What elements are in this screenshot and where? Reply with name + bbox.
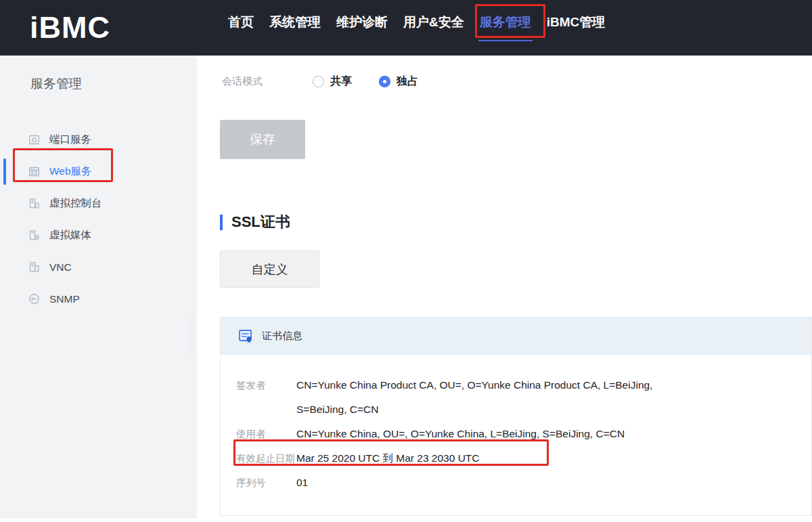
cert-row-label: 签发者: [236, 373, 296, 397]
cert-row-value: Mar 25 2020 UTC 到 Mar 23 2030 UTC: [296, 446, 689, 471]
sidebar-menu: 端口服务 Web服务 虚拟控制台: [0, 124, 197, 315]
cert-row-value: 01: [296, 471, 689, 495]
virtual-media-icon: [28, 230, 40, 241]
sidebar-item-label: 端口服务: [49, 133, 91, 147]
certificate-icon: [238, 328, 254, 344]
cert-row-value: CN=Yunke China, OU=, O=Yunke China, L=Be…: [296, 422, 689, 446]
nav-tab-user-security[interactable]: 用户&安全: [403, 14, 464, 31]
main-content: 会话模式 共享 独占 保存 SSL证书 自定义: [197, 56, 812, 522]
sidebar-item-virtual-media[interactable]: 虚拟媒体: [0, 219, 197, 251]
radio-selected-icon[interactable]: [379, 76, 390, 87]
sidebar-item-label: 虚拟控制台: [49, 196, 102, 211]
ssl-section-title: SSL证书: [231, 212, 290, 232]
cert-row-issuer: 签发者 CN=Yunke China Product CA, OU=, O=Yu…: [236, 373, 811, 422]
ssl-section-heading: SSL证书: [220, 212, 290, 232]
cert-row-label: 有效起止日期: [236, 446, 296, 471]
radio-label: 独占: [397, 74, 418, 89]
save-button[interactable]: 保存: [220, 120, 305, 159]
radio-option-shared[interactable]: 共享: [313, 74, 352, 89]
nav-tab-ibmc-management[interactable]: iBMC管理: [547, 14, 606, 31]
certificate-panel-title: 证书信息: [262, 330, 302, 343]
cert-row-validity: 有效起止日期 Mar 25 2020 UTC 到 Mar 23 2030 UTC: [236, 446, 811, 471]
radio-unselected-icon[interactable]: [313, 76, 324, 87]
sidebar-item-label: 虚拟媒体: [49, 228, 91, 242]
main-nav: 首页 系统管理 维护诊断 用户&安全 服务管理 iBMC管理: [228, 0, 605, 50]
ibmc-page: iBMC 首页 系统管理 维护诊断 用户&安全 服务管理 iBMC管理 服务管理…: [0, 0, 812, 522]
sidebar-item-label: SNMP: [49, 293, 80, 305]
ibmc-logo: iBMC: [30, 10, 110, 45]
snmp-icon: [28, 293, 40, 305]
top-header: iBMC 首页 系统管理 维护诊断 用户&安全 服务管理 iBMC管理: [0, 0, 812, 56]
sidebar-item-web-service[interactable]: Web服务: [0, 156, 197, 188]
custom-certificate-button[interactable]: 自定义: [220, 251, 319, 288]
certificate-details: 签发者 CN=Yunke China Product CA, OU=, O=Yu…: [221, 355, 811, 495]
certificate-info-panel: 证书信息 签发者 CN=Yunke China Product CA, OU=,…: [220, 317, 812, 516]
web-service-icon: [28, 166, 40, 177]
sidebar-title: 服务管理: [30, 75, 197, 93]
sidebar-item-port-service[interactable]: 端口服务: [0, 124, 197, 156]
sidebar-item-snmp[interactable]: SNMP: [0, 283, 197, 315]
cert-row-serial: 序列号 01: [236, 471, 811, 495]
port-service-icon: [28, 134, 40, 146]
session-mode-row: 会话模式 共享 独占: [222, 73, 445, 89]
nav-tab-service-management[interactable]: 服务管理: [480, 14, 531, 31]
sidebar-item-label: VNC: [49, 261, 72, 274]
cert-row-label: 序列号: [236, 471, 296, 495]
certificate-panel-header: 证书信息: [221, 318, 811, 355]
radio-option-exclusive[interactable]: 独占: [379, 74, 418, 89]
sidebar-item-label: Web服务: [49, 165, 92, 179]
virtual-console-icon: [28, 198, 40, 209]
nav-tab-home[interactable]: 首页: [228, 14, 254, 31]
cert-row-value: CN=Yunke China Product CA, OU=, O=Yunke …: [296, 373, 689, 422]
session-mode-label: 会话模式: [222, 75, 313, 88]
sidebar: 服务管理 端口服务 Web服务: [0, 56, 197, 519]
vnc-icon: [28, 261, 40, 273]
radio-label: 共享: [330, 74, 352, 89]
nav-tab-maintenance-diagnosis[interactable]: 维护诊断: [336, 14, 388, 31]
cert-row-subject: 使用者 CN=Yunke China, OU=, O=Yunke China, …: [236, 422, 811, 446]
sidebar-item-vnc[interactable]: VNC: [0, 251, 197, 283]
nav-tab-system-management[interactable]: 系统管理: [269, 14, 321, 31]
sidebar-item-virtual-console[interactable]: 虚拟控制台: [0, 188, 197, 219]
active-indicator: [3, 158, 6, 185]
section-accent-bar: [220, 215, 223, 230]
cert-row-label: 使用者: [236, 422, 296, 446]
